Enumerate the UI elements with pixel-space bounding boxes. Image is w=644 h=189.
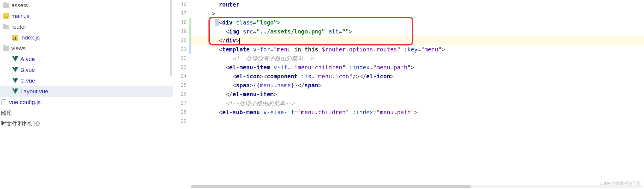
vue-file-icon <box>12 77 19 84</box>
line-number[interactable]: 25 <box>173 81 187 90</box>
tree-item[interactable]: JSindex.js <box>0 32 173 43</box>
tree-footer-1: 部库 <box>0 108 173 118</box>
code-token: component <box>267 73 298 80</box>
tree-item[interactable]: JSmain.js <box>0 11 173 22</box>
code-token: menu <box>424 46 438 53</box>
tree-item[interactable]: Layout.vue <box>0 86 173 97</box>
line-number[interactable]: 18 <box>173 18 187 27</box>
code-token: menu <box>260 82 274 89</box>
project-tree-panel[interactable]: assetsJSmain.jsrouterJSindex.jsviewsA.vu… <box>0 0 173 189</box>
vcs-mark <box>189 0 191 9</box>
line-number[interactable]: 27 <box>173 99 187 108</box>
code-token <box>260 109 263 115</box>
line-number[interactable]: 24 <box>173 72 187 81</box>
code-token <box>270 64 273 71</box>
code-line[interactable]: <el-menu-item v-if="!menu.children" :ind… <box>191 63 644 72</box>
code-line[interactable]: <el-sub-menu v-else-if="menu.children" :… <box>191 108 644 117</box>
code-token: . <box>311 64 315 71</box>
code-line[interactable]: </el-menu-item> <box>191 90 644 99</box>
scrollbar-thumb[interactable] <box>191 185 471 188</box>
code-token: </ <box>219 37 226 44</box>
tree-item[interactable]: assets <box>0 0 173 11</box>
vcs-mark <box>189 90 191 99</box>
tree-vertical-scrollbar[interactable] <box>170 0 172 76</box>
code-token: =" <box>287 64 294 71</box>
js-file-icon: JS <box>3 13 10 19</box>
code-token: :index <box>353 109 373 115</box>
editor-gutter[interactable]: 1617181920212223242526272829 <box>173 0 189 189</box>
line-number[interactable]: 28 <box>173 108 187 117</box>
vcs-mark <box>189 27 191 36</box>
code-area[interactable]: router > <div class="logo"> <img src="..… <box>191 0 644 189</box>
code-token: "> <box>407 64 414 71</box>
folder-icon <box>3 2 10 9</box>
code-token: . <box>394 109 397 115</box>
code-line[interactable]: <!--处理子路由的菜单--> <box>191 99 644 108</box>
code-token: children <box>315 64 342 71</box>
js-file-icon: JS <box>12 34 19 41</box>
code-token: < <box>219 19 222 26</box>
code-token: > <box>318 82 321 89</box>
code-line[interactable]: <template v-for="menu in this.$router.op… <box>191 45 644 54</box>
code-line[interactable]: <div class="logo"> <box>191 18 644 27</box>
line-number[interactable]: 22 <box>173 54 187 63</box>
code-token: >< <box>260 73 267 80</box>
code-token <box>298 73 301 80</box>
code-token: " <box>346 109 353 115</box>
vcs-mark <box>189 72 191 81</box>
line-number[interactable]: 17 <box>173 9 187 18</box>
vcs-mark <box>189 18 191 27</box>
tree-item[interactable]: B.vue <box>0 65 173 75</box>
code-token: = <box>339 28 342 35</box>
editor-horizontal-scrollbar[interactable] <box>191 185 642 188</box>
line-number[interactable]: 23 <box>173 63 187 72</box>
code-line[interactable]: </div> <box>191 36 644 45</box>
code-token: . <box>274 82 277 89</box>
line-number[interactable]: 26 <box>173 90 187 99</box>
code-line[interactable]: <!--处理没有子路由的菜单--> <box>191 54 644 63</box>
vue-file-icon <box>12 67 19 73</box>
line-number[interactable]: 29 <box>173 117 187 126</box>
code-line[interactable]: router <box>191 0 644 9</box>
code-token: . <box>332 73 335 80</box>
code-token: "> <box>438 46 445 53</box>
code-token: div <box>222 19 232 26</box>
code-line[interactable] <box>191 117 644 126</box>
vcs-mark <box>189 54 191 63</box>
tree-footer-2: 时文件和控制台 <box>0 118 173 129</box>
code-token: "../assets/logo.png" <box>256 28 325 35</box>
tree-item[interactable]: C.vue <box>0 75 173 86</box>
tree-item-label: index.js <box>20 34 40 41</box>
code-token: path <box>397 109 411 115</box>
code-token: . <box>390 64 394 71</box>
code-line[interactable]: <img src="../assets/logo.png" alt=""> <box>191 27 644 36</box>
code-editor[interactable]: 1617181920212223242526272829 router > <d… <box>173 0 644 189</box>
vcs-mark <box>189 45 191 54</box>
code-token: div <box>226 37 236 44</box>
code-line[interactable]: <span>{{menu.name}}</span> <box>191 81 644 90</box>
code-token: =" <box>373 109 380 115</box>
line-number[interactable]: 20 <box>173 36 187 45</box>
code-token: =" <box>311 73 318 80</box>
code-token: menu <box>318 73 332 80</box>
line-number[interactable]: 21 <box>173 45 187 54</box>
line-number[interactable]: 19 <box>173 27 187 36</box>
code-token: template <box>222 46 250 53</box>
code-token: span <box>236 82 250 89</box>
vcs-mark <box>189 117 191 126</box>
tree-item[interactable]: views <box>0 43 173 54</box>
code-token: < <box>219 46 222 53</box>
code-line[interactable]: > <box>191 9 644 18</box>
code-token: < <box>226 64 229 71</box>
tree-item[interactable]: router <box>0 22 173 32</box>
code-token: img <box>229 28 239 35</box>
code-token: " <box>342 64 349 71</box>
tree-item[interactable]: A.vue <box>0 54 173 65</box>
code-token: </ <box>298 82 305 89</box>
code-token: < <box>226 28 229 35</box>
code-token: in <box>291 46 305 53</box>
line-number[interactable]: 16 <box>173 0 187 9</box>
tree-item[interactable]: vue.config.js <box>0 97 173 108</box>
code-line[interactable]: <el-icon><component :is="menu.icon"/></e… <box>191 72 644 81</box>
code-token: > <box>390 73 394 80</box>
